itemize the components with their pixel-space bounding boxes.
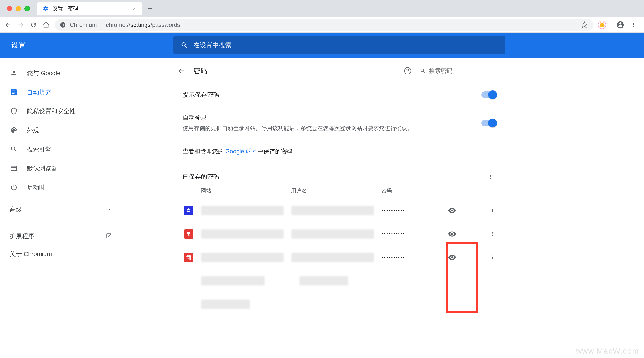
password-row-more-button[interactable]: [487, 252, 498, 263]
maximize-window-button[interactable]: [24, 6, 30, 11]
settings-search-bar[interactable]: [173, 36, 505, 54]
site-name-redacted[interactable]: [201, 253, 284, 262]
about-label: 关于 Chromium: [10, 250, 52, 258]
reload-button[interactable]: [29, 21, 38, 29]
sidebar-item-label: 启动时: [27, 184, 45, 192]
show-password-button[interactable]: [445, 227, 459, 241]
site-name-redacted[interactable]: [201, 276, 265, 286]
separator: [611, 20, 611, 29]
extension-icon[interactable]: 🐱: [598, 21, 606, 29]
sidebar-item-you-and-google[interactable]: 您与 Google: [0, 64, 122, 82]
browser-menu-button[interactable]: [629, 21, 638, 29]
sidebar-item-label: 搜索引擎: [27, 145, 51, 153]
manage-google-passwords-row: 查看和管理您的 Google 帐号中保存的密码: [173, 140, 505, 163]
search-icon: [181, 42, 188, 49]
manage-prefix: 查看和管理您的: [182, 148, 225, 154]
new-tab-button[interactable]: [144, 3, 155, 14]
saved-passwords-title: 已保存的密码: [182, 173, 219, 181]
cat-icon: 🐱: [599, 22, 605, 28]
tab-close-button[interactable]: [131, 6, 137, 11]
password-row: ••••••••••: [173, 222, 505, 246]
show-password-button[interactable]: [445, 250, 459, 264]
password-row-more-button[interactable]: [487, 205, 498, 216]
auto-signin-toggle[interactable]: [482, 120, 496, 126]
password-table-header: 网站 用户名 密码: [173, 187, 505, 199]
minimize-window-button[interactable]: [16, 6, 21, 11]
extensions-label: 扩展程序: [10, 232, 34, 240]
help-button[interactable]: [403, 66, 412, 76]
google-account-link[interactable]: Google 帐号: [225, 148, 258, 154]
window-controls: [2, 6, 37, 11]
clipboard-icon: [10, 88, 18, 96]
auto-signin-row: 自动登录 使用存储的凭据自动登录网站。停用该功能后，系统会在您每次登录网站时要求…: [173, 106, 505, 140]
sidebar-item-label: 自动填充: [27, 88, 51, 96]
site-domain: Chromium: [70, 22, 102, 28]
gear-icon: [42, 5, 49, 12]
palette-icon: [10, 126, 18, 134]
shield-icon: [10, 107, 18, 115]
home-button[interactable]: [42, 21, 50, 29]
settings-header: 设置: [0, 33, 644, 58]
person-icon: [10, 69, 18, 77]
svg-point-2: [62, 24, 64, 26]
offer-save-toggle[interactable]: [482, 91, 496, 98]
auto-signin-label: 自动登录: [182, 114, 482, 122]
forward-button[interactable]: [16, 21, 25, 29]
sidebar-extensions-link[interactable]: 扩展程序: [0, 227, 122, 245]
column-user: 用户名: [291, 187, 381, 194]
sidebar-item-label: 您与 Google: [27, 69, 60, 77]
password-masked: ••••••••••: [382, 208, 440, 213]
offer-save-passwords-row: 提示保存密码: [173, 83, 505, 106]
svg-point-4: [190, 209, 191, 210]
password-row: ••••••••••: [173, 199, 505, 222]
browser-icon: [10, 164, 18, 172]
divider: [0, 222, 122, 222]
address-bar[interactable]: Chromium chrome://settings/passwords: [55, 19, 594, 31]
password-search[interactable]: [420, 66, 498, 76]
show-password-button[interactable]: [445, 204, 459, 217]
back-button[interactable]: [4, 21, 12, 29]
sidebar-about-link[interactable]: 关于 Chromium: [0, 245, 122, 263]
advanced-label: 高级: [10, 205, 22, 214]
password-row: 简 ••••••••••: [173, 246, 505, 269]
username-redacted: [292, 206, 374, 215]
username-redacted: [299, 276, 348, 286]
panel-back-button[interactable]: [176, 66, 186, 76]
svg-point-5: [188, 208, 189, 210]
power-icon: [10, 183, 18, 192]
password-search-input[interactable]: [429, 68, 502, 74]
username-redacted: [292, 229, 374, 238]
password-masked: ••••••••••: [382, 232, 440, 236]
site-name-redacted[interactable]: [201, 300, 250, 309]
sidebar-advanced-toggle[interactable]: 高级: [0, 201, 122, 218]
bookmark-star-icon[interactable]: [580, 21, 588, 29]
saved-passwords-more-button[interactable]: [485, 172, 496, 182]
sidebar-item-label: 隐私设置和安全性: [27, 107, 76, 115]
browser-toolbar: Chromium chrome://settings/passwords 🐱: [0, 17, 644, 33]
profile-button[interactable]: [616, 21, 624, 29]
tab-title: 设置 - 密码: [52, 5, 128, 12]
site-favicon: 简: [184, 253, 193, 262]
sidebar-item-autofill[interactable]: 自动填充: [0, 82, 122, 102]
sidebar-item-on-startup[interactable]: 启动时: [0, 178, 122, 197]
settings-sidebar: 您与 Google 自动填充 隐私设置和安全性 外观 搜索引擎 默认浏览器: [0, 58, 122, 358]
sidebar-item-appearance[interactable]: 外观: [0, 121, 122, 140]
username-redacted: [292, 253, 374, 262]
site-name-redacted[interactable]: [201, 206, 284, 215]
sidebar-item-search-engine[interactable]: 搜索引擎: [0, 140, 122, 159]
sidebar-item-label: 外观: [27, 126, 39, 134]
settings-search-input[interactable]: [193, 42, 498, 49]
sidebar-item-label: 默认浏览器: [27, 164, 57, 172]
site-name-redacted[interactable]: [201, 229, 284, 238]
browser-tab[interactable]: 设置 - 密码: [37, 2, 142, 16]
sidebar-item-default-browser[interactable]: 默认浏览器: [0, 159, 122, 178]
search-icon: [420, 68, 426, 74]
password-masked: ••••••••••: [382, 255, 440, 260]
close-window-button[interactable]: [7, 6, 12, 11]
site-favicon: [184, 206, 193, 215]
watermark: www.MacW.com: [576, 346, 639, 356]
password-row: [173, 269, 505, 292]
chevron-down-icon: [107, 207, 112, 212]
password-row-more-button[interactable]: [487, 228, 498, 239]
sidebar-item-privacy-security[interactable]: 隐私设置和安全性: [0, 102, 122, 121]
